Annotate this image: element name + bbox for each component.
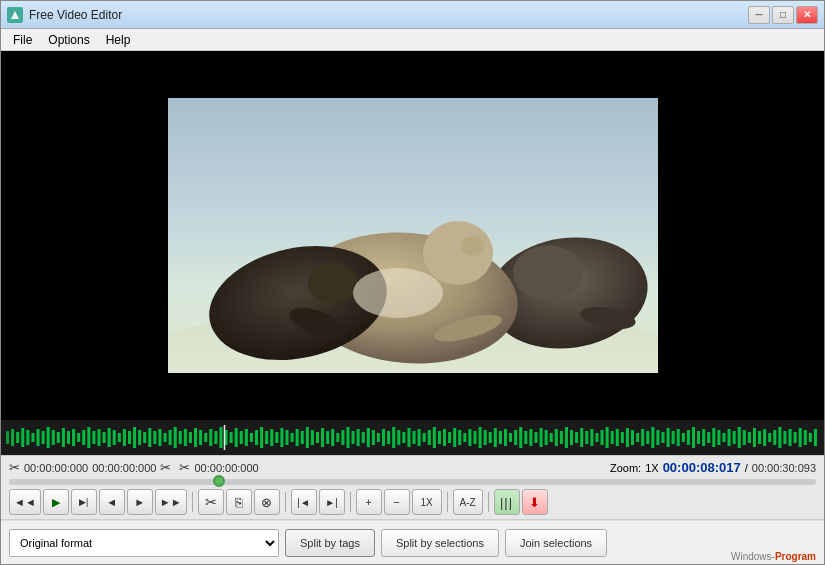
svg-rect-130 [590, 429, 593, 446]
svg-rect-167 [778, 427, 781, 448]
next-frame-button[interactable]: ► [127, 489, 153, 515]
play-button[interactable]: ▶ [43, 489, 69, 515]
menu-file[interactable]: File [5, 31, 40, 49]
zoom-value: 1X [645, 462, 658, 474]
copy-button[interactable]: ⎘ [226, 489, 252, 515]
svg-rect-17 [16, 432, 19, 443]
delete-button[interactable]: ⊗ [254, 489, 280, 515]
svg-rect-101 [443, 429, 446, 446]
svg-rect-103 [453, 428, 456, 447]
svg-rect-102 [448, 432, 451, 443]
svg-rect-38 [123, 429, 126, 446]
svg-rect-109 [484, 430, 487, 445]
sort-button[interactable]: A-Z [453, 489, 483, 515]
svg-rect-110 [489, 432, 492, 443]
title-bar: Free Video Editor ─ □ ✕ [1, 1, 824, 29]
zoom-out-button[interactable]: − [384, 489, 410, 515]
svg-rect-160 [743, 430, 746, 445]
svg-rect-157 [728, 429, 731, 446]
progress-fill [9, 479, 219, 485]
scene-svg [168, 98, 658, 373]
svg-rect-106 [468, 429, 471, 446]
format-select[interactable]: Original format MP4 AVI MOV [9, 529, 279, 557]
maximize-button[interactable]: □ [772, 6, 794, 24]
prev-frame-button[interactable]: ◄ [99, 489, 125, 515]
svg-rect-150 [692, 427, 695, 448]
mark-in-button[interactable]: |◄ [291, 489, 317, 515]
time-display-left: ✂ 00:00:00:000 00:00:00:000 ✂ ✂ 00:00:00… [9, 460, 259, 475]
svg-rect-131 [595, 433, 598, 442]
svg-rect-22 [42, 431, 45, 444]
svg-rect-115 [514, 430, 517, 445]
svg-rect-20 [31, 433, 34, 442]
menu-help[interactable]: Help [98, 31, 139, 49]
svg-rect-169 [789, 429, 792, 446]
zoom-in-button[interactable]: + [356, 489, 382, 515]
svg-rect-141 [646, 431, 649, 444]
svg-rect-76 [316, 432, 319, 443]
play-selection-button[interactable]: ▶| [71, 489, 97, 515]
close-button[interactable]: ✕ [796, 6, 818, 24]
go-start-button[interactable]: ◄◄ [9, 489, 41, 515]
progress-row[interactable] [9, 479, 816, 485]
svg-rect-84 [357, 429, 360, 446]
svg-rect-77 [321, 428, 324, 447]
svg-rect-88 [377, 433, 380, 442]
svg-point-7 [461, 236, 485, 256]
svg-rect-166 [773, 430, 776, 445]
svg-rect-30 [82, 430, 85, 445]
svg-rect-171 [799, 428, 802, 447]
zoom-1x-button[interactable]: 1X [412, 489, 442, 515]
svg-rect-16 [11, 429, 14, 446]
svg-rect-158 [733, 431, 736, 444]
svg-rect-99 [433, 427, 436, 448]
svg-rect-61 [240, 431, 243, 444]
svg-rect-63 [250, 433, 253, 442]
svg-rect-122 [550, 433, 553, 442]
svg-rect-134 [611, 431, 614, 444]
svg-rect-124 [560, 431, 563, 444]
progress-track[interactable] [9, 479, 816, 485]
go-end-button[interactable]: ►► [155, 489, 187, 515]
svg-rect-132 [601, 430, 604, 445]
window-title: Free Video Editor [29, 8, 748, 22]
menu-bar: File Options Help [1, 29, 824, 51]
join-selections-button[interactable]: Join selections [505, 529, 607, 557]
svg-rect-75 [311, 430, 314, 445]
separator1 [192, 492, 193, 512]
progress-thumb[interactable] [213, 475, 225, 487]
svg-rect-66 [265, 431, 268, 444]
svg-rect-72 [296, 429, 299, 446]
svg-rect-126 [570, 430, 573, 445]
svg-rect-28 [72, 429, 75, 446]
svg-rect-21 [36, 429, 39, 446]
watermark-program: Program [775, 551, 816, 562]
video-frame [168, 98, 658, 373]
svg-rect-114 [509, 433, 512, 442]
start-time: 00:00:00:000 [24, 462, 88, 474]
svg-rect-95 [413, 431, 416, 444]
svg-rect-34 [103, 432, 106, 443]
svg-rect-53 [199, 430, 202, 445]
app-icon [7, 7, 23, 23]
bottom-row: Original format MP4 AVI MOV Split by tag… [1, 520, 824, 564]
download-button[interactable]: ⬇ [522, 489, 548, 515]
video-area [1, 51, 824, 420]
split-by-tags-button[interactable]: Split by tags [285, 529, 375, 557]
svg-rect-116 [519, 427, 522, 448]
svg-rect-98 [428, 430, 431, 445]
svg-rect-151 [697, 431, 700, 444]
svg-rect-49 [179, 431, 182, 444]
menu-options[interactable]: Options [40, 31, 97, 49]
split-by-selections-button[interactable]: Split by selections [381, 529, 499, 557]
mark-out-button[interactable]: ►| [319, 489, 345, 515]
svg-rect-69 [280, 428, 283, 447]
waveform-button[interactable]: ||| [494, 489, 520, 515]
svg-rect-41 [138, 430, 141, 445]
timeline-area: // Generate waveform bars via inline SVG… [1, 420, 824, 455]
svg-rect-18 [21, 428, 24, 447]
svg-rect-129 [585, 431, 588, 444]
cut-button[interactable]: ✂ [198, 489, 224, 515]
svg-rect-29 [77, 433, 80, 442]
minimize-button[interactable]: ─ [748, 6, 770, 24]
